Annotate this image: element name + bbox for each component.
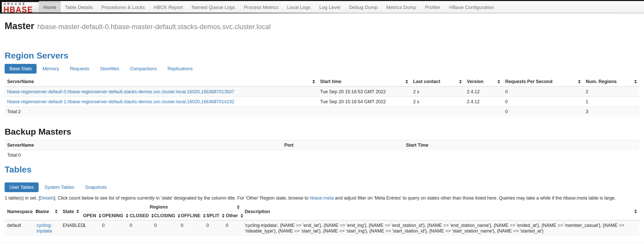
col-version[interactable]: Version bbox=[464, 77, 503, 87]
sort-icon bbox=[459, 80, 462, 84]
sort-icon bbox=[634, 80, 637, 84]
last-contact-cell: 2 s bbox=[411, 97, 464, 107]
col-port: Port bbox=[282, 140, 403, 150]
table-row: hbase-regionserver-default-1.hbase-regio… bbox=[5, 97, 639, 107]
table-link-cycling-tripdata[interactable]: cycling-tripdata bbox=[37, 223, 52, 234]
backup-masters-header-row: ServerName Port Start Time bbox=[5, 140, 639, 150]
total-row: Total:2 0 3 bbox=[5, 107, 639, 117]
user-tables-table: Namespace Name State Regions Description… bbox=[5, 203, 639, 236]
page-header: Masterhbase-master-default-0.hbase-maste… bbox=[5, 14, 639, 37]
sort-icon bbox=[151, 214, 154, 218]
regionserver-link[interactable]: hbase-regionserver-default-1.hbase-regio… bbox=[7, 99, 234, 104]
nav-item-process-metrics[interactable]: Process Metrics bbox=[240, 1, 283, 14]
region-servers-header-row: ServerName Start time Last contact Versi… bbox=[5, 77, 639, 87]
tab-memory[interactable]: Memory bbox=[38, 64, 64, 74]
col-start-time[interactable]: Start time bbox=[318, 77, 411, 87]
nav-item-metrics-dump[interactable]: Metrics Dump bbox=[382, 1, 421, 14]
page-title: Master bbox=[5, 21, 34, 31]
col-closed[interactable]: CLOSED bbox=[127, 211, 152, 220]
nav-item-local-logs[interactable]: Local Logs bbox=[283, 1, 315, 14]
col-group-regions[interactable]: Regions bbox=[81, 203, 242, 211]
backup-masters-heading: Backup Masters bbox=[5, 127, 639, 136]
sort-icon bbox=[405, 80, 408, 84]
closing-count-link[interactable]: 0 bbox=[154, 223, 157, 228]
nav-item-profiler[interactable]: Profiler bbox=[421, 1, 445, 14]
tables-heading: Tables bbox=[5, 165, 639, 174]
namespace-cell: default bbox=[5, 220, 34, 236]
version-cell: 2.4.12 bbox=[464, 87, 503, 97]
rps-cell: 0 bbox=[503, 87, 583, 97]
col-split[interactable]: SPLIT bbox=[204, 211, 223, 220]
sort-icon bbox=[76, 210, 79, 213]
col-open[interactable]: OPEN bbox=[81, 211, 99, 220]
nav-item-table-details[interactable]: Table Details bbox=[61, 1, 97, 14]
col-name[interactable]: Name bbox=[34, 203, 60, 220]
sort-icon bbox=[634, 210, 637, 213]
nav-item-hbck-report[interactable]: HBCK Report bbox=[149, 1, 187, 14]
tab-snapshots[interactable]: Snapshots bbox=[80, 182, 111, 192]
backup-masters-table: ServerName Port Start Time Total:0 bbox=[5, 140, 639, 160]
region-servers-tabs: Base Stats Memory Requests Storefiles Co… bbox=[5, 64, 639, 74]
main-nav: Home Table Details Procedures & Locks HB… bbox=[39, 1, 498, 14]
col-servername[interactable]: ServerName bbox=[5, 77, 318, 87]
last-contact-cell: 2 s bbox=[411, 87, 464, 97]
col-closing[interactable]: CLOSING bbox=[152, 211, 178, 220]
tables-note: 1 table(s) in set. [Details]. Click coun… bbox=[5, 195, 639, 201]
col-requests-per-second[interactable]: Requests Per Second bbox=[503, 77, 583, 87]
col-namespace[interactable]: Namespace bbox=[5, 203, 34, 220]
nav-item-debug-dump[interactable]: Debug Dump bbox=[345, 1, 382, 14]
total-row: Total:0 bbox=[5, 150, 639, 160]
version-cell: 2.4.12 bbox=[464, 97, 503, 107]
sort-icon bbox=[498, 80, 500, 84]
total-rps: 0 bbox=[503, 107, 583, 117]
nav-item-home[interactable]: Home bbox=[39, 1, 61, 14]
col-last-contact[interactable]: Last contact bbox=[411, 77, 464, 87]
tab-replications[interactable]: Replications bbox=[163, 64, 197, 74]
col-description[interactable]: Description bbox=[242, 203, 639, 220]
hbase-logo[interactable]: APACHE HBASE bbox=[0, 1, 39, 14]
split-count-link[interactable]: 0 bbox=[206, 223, 209, 228]
sort-icon bbox=[55, 210, 58, 213]
region-servers-table: ServerName Start time Last contact Versi… bbox=[5, 77, 639, 117]
sort-icon bbox=[99, 214, 101, 218]
col-state[interactable]: State bbox=[60, 203, 81, 220]
tab-system-tables[interactable]: System Tables bbox=[40, 182, 79, 192]
sort-icon bbox=[203, 214, 206, 218]
table-row: hbase-regionserver-default-0.hbase-regio… bbox=[5, 87, 639, 97]
closed-count-link[interactable]: 0 bbox=[130, 223, 132, 228]
tab-user-tables[interactable]: User Tables bbox=[5, 182, 39, 192]
state-cell: ENABLED bbox=[60, 220, 81, 236]
sort-icon bbox=[126, 214, 128, 218]
opening-count-link[interactable]: 0 bbox=[102, 223, 105, 228]
top-navbar: APACHE HBASE Home Table Details Procedur… bbox=[0, 0, 644, 14]
tab-base-stats[interactable]: Base Stats bbox=[5, 64, 37, 74]
nav-item-hbase-configuration[interactable]: HBase Configuration bbox=[445, 1, 498, 14]
open-count-link[interactable]: 1 bbox=[83, 223, 86, 228]
start-time-cell: Tue Sep 20 15:16:54 GMT 2022 bbox=[318, 97, 411, 107]
col-start-time: Start Time bbox=[403, 140, 639, 150]
nav-item-log-level[interactable]: Log Level bbox=[315, 1, 345, 14]
sort-icon bbox=[241, 214, 243, 218]
tab-requests[interactable]: Requests bbox=[65, 64, 94, 74]
num-regions-cell: 1 bbox=[583, 97, 639, 107]
nav-item-named-queue-logs[interactable]: Named Queue Logs bbox=[187, 1, 240, 14]
details-link[interactable]: Details bbox=[40, 195, 54, 201]
master-hostname: hbase-master-default-0.hbase-master-defa… bbox=[37, 23, 270, 31]
col-offline[interactable]: OFFLINE bbox=[178, 211, 204, 220]
col-other[interactable]: Other bbox=[223, 211, 242, 220]
sort-icon bbox=[237, 205, 240, 209]
col-num-regions[interactable]: Num. Regions bbox=[583, 77, 639, 87]
total-num-regions: 3 bbox=[583, 107, 639, 117]
other-count-link[interactable]: 0 bbox=[226, 223, 228, 228]
tab-compactions[interactable]: Compactions bbox=[125, 64, 162, 74]
hbase-meta-link[interactable]: hbase:meta bbox=[310, 195, 334, 201]
col-opening[interactable]: OPENING bbox=[99, 211, 127, 220]
nav-item-procedures-locks[interactable]: Procedures & Locks bbox=[97, 1, 149, 14]
offline-count-link[interactable]: 0 bbox=[181, 223, 183, 228]
sort-icon bbox=[578, 80, 581, 84]
rps-cell: 0 bbox=[503, 97, 583, 107]
hbase-wordmark: HBASE bbox=[4, 6, 37, 14]
tab-storefiles[interactable]: Storefiles bbox=[95, 64, 124, 74]
regionserver-link[interactable]: hbase-regionserver-default-0.hbase-regio… bbox=[7, 89, 234, 94]
table-row: default cycling-tripdata ENABLED 1 0 0 0… bbox=[5, 220, 639, 236]
